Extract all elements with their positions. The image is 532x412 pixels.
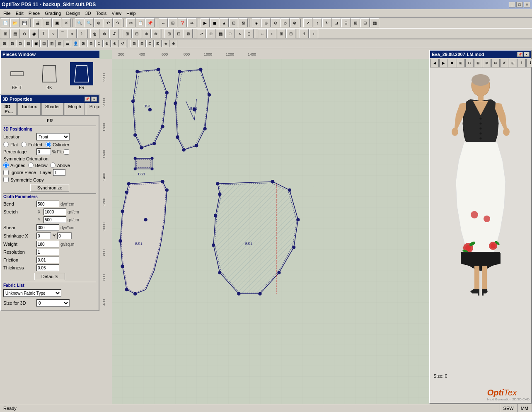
t2-btn-25[interactable]: ⌶ <box>244 29 254 38</box>
cylinder-radio[interactable] <box>46 142 51 147</box>
view3d-pin[interactable]: 📌 <box>517 52 523 57</box>
t3-btn-16[interactable]: ↺ <box>119 40 126 47</box>
tb-btn-2[interactable]: ▦ <box>43 18 52 27</box>
tb-btn-14[interactable]: ⊞ <box>168 18 177 27</box>
t2-btn-27[interactable]: ↕ <box>267 29 276 38</box>
t3-btn-5[interactable]: ▣ <box>32 40 40 47</box>
t2-btn-31[interactable]: i <box>309 29 318 38</box>
t2-btn-18[interactable]: ⊡ <box>174 29 183 38</box>
menu-edit[interactable]: Edit <box>13 10 26 17</box>
layer-input[interactable] <box>53 169 65 176</box>
t3-btn-21[interactable]: ◈ <box>162 40 169 47</box>
close-button[interactable]: × <box>524 2 530 7</box>
t3-btn-9[interactable]: ☰ <box>64 40 71 47</box>
tb-btn-15[interactable]: ❓ <box>178 18 187 27</box>
flat-radio-label[interactable]: Flat <box>3 142 18 147</box>
tb-btn-9[interactable]: ↷ <box>113 18 122 27</box>
t2-btn-24[interactable]: ∧ <box>235 29 244 38</box>
tb-btn-16[interactable]: ⇒ <box>187 18 196 27</box>
tb-btn-30[interactable]: ⊿ <box>332 18 341 27</box>
ignore-piece-label[interactable]: Ignore Piece <box>3 170 36 175</box>
tb-btn-11[interactable]: 📋 <box>136 18 145 27</box>
t2-btn-21[interactable]: ⊕ <box>206 29 215 38</box>
menu-file[interactable]: File <box>1 10 13 17</box>
t2-btn-29[interactable]: ⊟ <box>286 29 295 38</box>
t2-btn-6[interactable]: ∿ <box>48 29 58 38</box>
tb-btn-18[interactable]: ◼ <box>210 18 219 27</box>
tb-btn-31[interactable]: ⌸ <box>341 18 351 27</box>
t2-btn-16[interactable]: ⊗ <box>151 29 160 38</box>
flat-radio[interactable] <box>3 142 9 147</box>
tb-btn-34[interactable]: ▦ <box>370 18 379 27</box>
t2-btn-2[interactable]: ▤ <box>10 29 19 38</box>
view3d-close[interactable]: × <box>524 52 530 57</box>
v3d-btn-2[interactable]: ▶ <box>439 59 447 67</box>
aligned-radio[interactable] <box>3 162 9 168</box>
tb-btn-7[interactable]: ⊕ <box>94 18 103 27</box>
t3-btn-13[interactable]: ⊙ <box>95 40 103 47</box>
t2-btn-28[interactable]: ⊞ <box>277 29 286 38</box>
print-button[interactable]: 🖨 <box>33 18 42 27</box>
t2-btn-5[interactable]: T <box>39 29 48 38</box>
t2-btn-30[interactable]: ℹ <box>300 29 309 38</box>
t3-btn-18[interactable]: ⊟ <box>138 40 146 47</box>
v3d-btn-3[interactable]: ■ <box>448 59 456 67</box>
t3-btn-22[interactable]: ⊕ <box>170 40 177 47</box>
piece-item-belt1[interactable]: BELT <box>2 62 31 90</box>
t2-btn-19[interactable]: ⊠ <box>184 29 193 38</box>
tb-btn-33[interactable]: ⊟ <box>360 18 370 27</box>
v3d-btn-10[interactable]: ⊞ <box>509 59 517 67</box>
v3d-btn-4[interactable]: ⊞ <box>457 59 465 67</box>
resolution-input[interactable] <box>36 249 59 255</box>
v3d-btn-7[interactable]: ⊕ <box>483 59 491 67</box>
tb-btn-21[interactable]: ⊠ <box>239 18 248 27</box>
t2-btn-1[interactable]: ⊞ <box>1 29 10 38</box>
t3-btn-1[interactable]: ⊞ <box>1 40 8 47</box>
percentage-input[interactable] <box>36 148 51 155</box>
t2-btn-9[interactable]: ⌇ <box>77 29 86 38</box>
tab-3d-pr[interactable]: 3D Pr... <box>1 103 17 115</box>
cylinder-radio-label[interactable]: Cylinder <box>46 142 69 147</box>
props-pin[interactable]: 📌 <box>85 97 90 102</box>
tb-btn-5[interactable]: 🔍 <box>75 18 84 27</box>
flip-checkbox[interactable] <box>64 149 69 155</box>
tab-toolbox[interactable]: Toolbox <box>17 103 41 115</box>
tb-btn-13[interactable]: ↔ <box>159 18 168 27</box>
shear-input[interactable] <box>36 224 59 231</box>
fabric-select[interactable]: Unknown Fabric Type <box>3 289 61 297</box>
t2-btn-23[interactable]: ⊙ <box>225 29 235 38</box>
t2-btn-4[interactable]: ◉ <box>29 29 39 38</box>
folded-radio-label[interactable]: Folded <box>21 142 42 147</box>
above-radio-label[interactable]: Above <box>50 162 70 168</box>
t3-btn-11[interactable]: ⊠ <box>80 40 87 47</box>
tab-morph[interactable]: Morph <box>65 103 85 115</box>
t3-btn-8[interactable]: ▧ <box>56 40 63 47</box>
v3d-btn-8[interactable]: ⊗ <box>491 59 500 67</box>
t3-btn-15[interactable]: ⊗ <box>111 40 118 47</box>
t3-btn-2[interactable]: ⊟ <box>9 40 16 47</box>
new-button[interactable]: 📄 <box>1 18 10 27</box>
tb-btn-8[interactable]: ↶ <box>104 18 113 27</box>
menu-piece[interactable]: Piece <box>26 10 43 17</box>
t3-btn-19[interactable]: ⊡ <box>146 40 154 47</box>
t3-btn-20[interactable]: ⊠ <box>154 40 162 47</box>
v3d-btn-5[interactable]: ⊙ <box>465 59 474 67</box>
tb-btn-22[interactable]: ◈ <box>252 18 261 27</box>
folded-radio[interactable] <box>21 142 27 147</box>
t2-btn-15[interactable]: ⊕ <box>142 29 151 38</box>
tb-btn-17[interactable]: ▶ <box>201 18 210 27</box>
menu-help[interactable]: Help <box>124 10 138 17</box>
above-radio[interactable] <box>50 162 56 168</box>
t2-btn-26[interactable]: ↔ <box>258 29 267 38</box>
stretch-y-input[interactable] <box>44 216 66 223</box>
tb-btn-19[interactable]: ▲ <box>220 18 229 27</box>
menu-3d[interactable]: 3D <box>83 10 94 17</box>
open-button[interactable]: 📂 <box>10 18 19 27</box>
tb-btn-29[interactable]: ↻ <box>322 18 331 27</box>
v3d-btn-12[interactable]: ℹ <box>526 59 532 67</box>
t2-btn-22[interactable]: ▦ <box>216 29 225 38</box>
tb-btn-6[interactable]: 🔍 <box>85 18 94 27</box>
t2-btn-13[interactable]: ⊞ <box>123 29 132 38</box>
menu-view[interactable]: View <box>109 10 124 17</box>
t3-btn-12[interactable]: ⊞ <box>87 40 95 47</box>
